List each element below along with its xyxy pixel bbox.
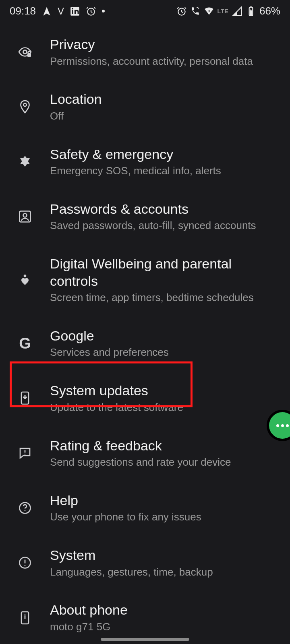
privacy-icon [17, 44, 33, 60]
navigation-handle[interactable] [101, 638, 189, 641]
item-title: System updates [50, 382, 278, 399]
item-title: Help [50, 492, 278, 509]
wifi-icon: ✦ [204, 6, 214, 17]
battery-percent: 66% [259, 5, 280, 17]
item-subtitle: Permissions, account activity, personal … [50, 55, 278, 68]
system-updates-icon [17, 390, 33, 406]
rating-icon [17, 445, 33, 461]
more-dots-icon [276, 424, 289, 427]
linkedin-icon [70, 6, 80, 17]
passwords-icon [17, 208, 33, 225]
settings-list: Privacy Permissions, account activity, p… [0, 21, 290, 644]
signal-icon [232, 6, 242, 17]
battery-icon [246, 6, 256, 17]
item-subtitle: Off [50, 109, 278, 123]
item-title: About phone [50, 601, 278, 619]
location-icon [17, 99, 33, 115]
item-subtitle: Screen time, app timers, bedtime schedul… [50, 291, 278, 305]
settings-item-help[interactable]: Help Use your phone to fix any issues [0, 481, 290, 535]
item-subtitle: Services and preferences [50, 346, 278, 359]
settings-item-rating[interactable]: Rating & feedback Send suggestions and r… [0, 426, 290, 481]
settings-item-passwords[interactable]: Passwords & accounts Saved passwords, au… [0, 189, 290, 244]
status-left: 09:18 V [10, 5, 105, 17]
alarm-status-icon [176, 6, 187, 17]
wellbeing-icon [17, 272, 33, 288]
svg-text:✦: ✦ [207, 9, 211, 13]
svg-point-9 [23, 50, 27, 54]
item-title: Google [50, 327, 278, 345]
item-title: Location [50, 91, 278, 108]
status-time: 09:18 [10, 5, 36, 17]
item-title: Passwords & accounts [50, 200, 278, 218]
help-icon [17, 500, 33, 516]
item-title: Safety & emergency [50, 146, 278, 163]
settings-item-safety[interactable]: Safety & emergency Emergency SOS, medica… [0, 134, 290, 189]
svg-point-25 [25, 613, 26, 615]
alarm-icon [86, 6, 96, 17]
svg-point-17 [25, 454, 25, 454]
svg-point-14 [24, 275, 27, 277]
wifi-calling-icon [190, 6, 201, 17]
notification-more-dot [102, 10, 105, 12]
network-type-label: LTE [218, 8, 229, 14]
svg-rect-1 [72, 10, 73, 14]
settings-item-privacy[interactable]: Privacy Permissions, account activity, p… [0, 25, 290, 79]
item-title: Digital Wellbeing and parental controls [50, 255, 278, 289]
status-right: ✦ LTE 66% [176, 5, 280, 17]
svg-rect-10 [27, 53, 31, 57]
settings-item-system-updates[interactable]: System updates Update to the latest soft… [0, 371, 290, 425]
settings-item-location[interactable]: Location Off [0, 79, 290, 134]
item-title: System [50, 547, 278, 564]
settings-item-wellbeing[interactable]: Digital Wellbeing and parental controls … [0, 244, 290, 316]
svg-point-11 [23, 103, 27, 107]
notification-v-icon: V [58, 6, 64, 17]
settings-item-about[interactable]: About phone moto g71 5G [0, 590, 290, 644]
item-subtitle: Send suggestions and rate your device [50, 456, 278, 469]
safety-icon [17, 154, 33, 170]
item-subtitle: Emergency SOS, medical info, alerts [50, 164, 278, 178]
svg-point-13 [23, 214, 27, 217]
item-title: Privacy [50, 36, 278, 53]
item-subtitle: Update to the latest software [50, 401, 278, 415]
settings-item-system[interactable]: System Languages, gestures, time, backup [0, 535, 290, 590]
item-subtitle: Use your phone to fix any issues [50, 510, 278, 524]
about-phone-icon [17, 610, 33, 626]
item-title: Rating & feedback [50, 437, 278, 454]
send-icon [41, 6, 52, 17]
svg-point-19 [25, 510, 26, 511]
google-icon: G [17, 335, 33, 351]
system-icon [17, 555, 33, 571]
settings-item-google[interactable]: G Google Services and preferences [0, 316, 290, 371]
item-subtitle: Saved passwords, auto-fill, synced accou… [50, 219, 278, 233]
svg-point-22 [25, 565, 26, 566]
status-bar: 09:18 V ✦ LTE 66% [0, 0, 290, 21]
item-subtitle: Languages, gestures, time, backup [50, 566, 278, 579]
svg-point-2 [72, 8, 73, 9]
item-subtitle: moto g71 5G [50, 620, 278, 634]
svg-rect-7 [250, 6, 252, 7]
